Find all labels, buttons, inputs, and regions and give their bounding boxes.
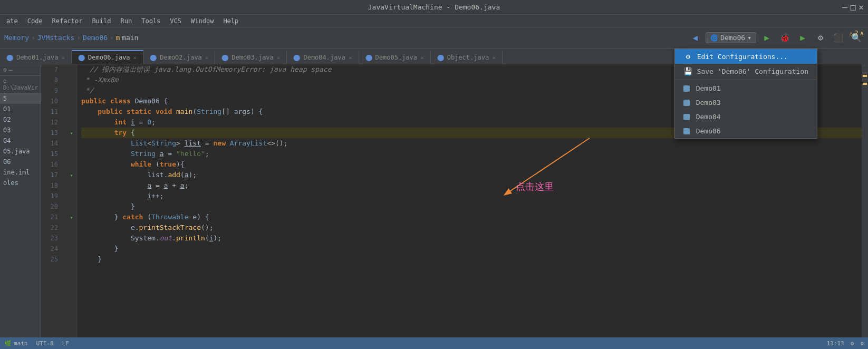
breadcrumb-main[interactable]: main xyxy=(122,34,138,42)
warning-badge: ⚠ 2 ∧ xyxy=(849,30,864,37)
ln-13: 13 xyxy=(41,128,62,138)
menu-code[interactable]: Code xyxy=(23,16,47,26)
left-item-5[interactable]: 5 xyxy=(0,93,41,104)
left-item-06[interactable]: 06 xyxy=(0,157,41,167)
gutter-13: ▾ xyxy=(66,128,76,138)
dropdown-demo06[interactable]: Demo06 xyxy=(675,124,817,138)
demo03-dot xyxy=(683,100,690,106)
breadcrumb-demo06[interactable]: Demo06 xyxy=(83,34,108,42)
vertical-scrollbar[interactable] xyxy=(862,64,868,337)
gutter-24 xyxy=(66,244,76,254)
warning-chevron: ∧ xyxy=(860,30,864,37)
maximize-icon[interactable]: □ xyxy=(851,2,856,12)
minimize-icon[interactable]: — xyxy=(842,2,847,12)
dropdown-demo01[interactable]: Demo01 xyxy=(675,81,817,95)
gutter-25 xyxy=(66,254,76,265)
toolbar: Memory › JVMstacks › Demo06 › m main ◀ 🌀… xyxy=(0,27,868,49)
settings-icon[interactable]: ⚙ xyxy=(3,66,7,73)
tab-demo02[interactable]: ⬤ Demo02.java ✕ xyxy=(143,50,215,64)
ln-20: 20 xyxy=(41,201,62,212)
status-line-col: 13:13 xyxy=(827,340,844,347)
edit-config-icon: ⚙ xyxy=(683,52,693,61)
close-icon[interactable]: ✕ xyxy=(859,2,864,12)
debug-button[interactable]: 🐞 xyxy=(777,31,792,45)
ln-10: ▶ 10 xyxy=(41,96,62,106)
gutter-23 xyxy=(66,233,76,244)
menu-build[interactable]: Build xyxy=(88,16,115,26)
gutter-16 xyxy=(66,159,76,170)
dropdown-save-config[interactable]: 💾 Save 'Demo06' Configuration xyxy=(675,64,817,79)
demo05-tab-icon: ⬤ xyxy=(365,54,372,61)
menu-help[interactable]: Help xyxy=(219,16,243,26)
gutter-19 xyxy=(66,191,76,201)
warning-count: 2 xyxy=(855,30,859,37)
code-line-24: } xyxy=(81,244,862,254)
gutter-20 xyxy=(66,201,76,212)
code-line-20: } xyxy=(81,201,862,212)
status-line-sep: LF xyxy=(62,340,69,347)
tab-demo01[interactable]: ⬤ Demo01.java ✕ xyxy=(0,50,72,64)
left-item-03[interactable]: 03 xyxy=(0,125,41,135)
gutter-22 xyxy=(66,222,76,233)
ln-21: 21 xyxy=(41,212,62,222)
tab-demo04-close[interactable]: ✕ xyxy=(349,54,352,61)
tab-demo06[interactable]: ⬤ Demo06.java ✕ xyxy=(72,50,143,64)
menu-ate[interactable]: ate xyxy=(2,16,22,26)
dropdown-demo04[interactable]: Demo04 xyxy=(675,110,817,124)
dropdown-demo06-label: Demo06 xyxy=(696,127,721,135)
left-item-02[interactable]: 02 xyxy=(0,114,41,125)
stop-button[interactable]: ⬛ xyxy=(831,31,846,45)
run-button[interactable]: ▶ xyxy=(759,31,774,45)
breadcrumb-jvmstacks[interactable]: JVMstacks xyxy=(37,34,74,42)
gutter-12 xyxy=(66,117,76,128)
tab-demo05[interactable]: ⬤ Demo05.java ✕ xyxy=(359,50,431,64)
dropdown-demo03[interactable]: Demo03 xyxy=(675,95,817,110)
left-item-04[interactable]: 04 xyxy=(0,135,41,146)
demo04-dot xyxy=(683,114,690,120)
demo02-tab-icon: ⬤ xyxy=(150,54,157,61)
menu-refactor[interactable]: Refactor xyxy=(48,16,87,26)
left-item-oles[interactable]: oles xyxy=(0,178,41,188)
tab-demo06-close[interactable]: ✕ xyxy=(133,54,137,61)
status-git: 🌿 main xyxy=(4,340,28,347)
tab-demo01-close[interactable]: ✕ xyxy=(61,54,65,61)
left-item-iml[interactable]: ine.iml xyxy=(0,167,41,178)
tab-demo05-close[interactable]: ✕ xyxy=(420,54,424,61)
tab-demo03-close[interactable]: ✕ xyxy=(277,54,281,61)
back-button[interactable]: ◀ xyxy=(688,31,702,45)
tab-demo02-close[interactable]: ✕ xyxy=(205,54,209,61)
ln-7: 7 xyxy=(41,64,62,75)
coverage-button[interactable]: ▶ xyxy=(795,31,810,45)
menu-vcs[interactable]: VCS xyxy=(166,16,186,26)
gutter-10 xyxy=(66,96,76,106)
more-button[interactable]: ⚙ xyxy=(813,31,828,45)
toolbar-right: ◀ 🌀 Demo06 ▾ ▶ 🐞 ▶ ⚙ ⬛ 🔍 ⚠ 2 ∧ xyxy=(688,31,864,45)
tab-demo05-label: Demo05.java xyxy=(375,54,417,61)
ln-8: 8 xyxy=(41,75,62,85)
dropdown-edit-config-label: Edit Configurations... xyxy=(697,53,788,61)
title-bar: JavaVirtualMachine - Demo06.java — □ ✕ xyxy=(0,0,868,15)
tab-demo03[interactable]: ⬤ Demo03.java ✕ xyxy=(215,50,287,64)
breadcrumb-memory[interactable]: Memory xyxy=(4,34,29,42)
settings-gear-icon[interactable]: ⚙ xyxy=(860,340,864,347)
code-line-19: i ++; xyxy=(81,191,862,201)
path-label: e D:\JavaVir xyxy=(0,76,41,93)
warning-icon: ⚠ xyxy=(849,30,853,37)
tab-object-close[interactable]: ✕ xyxy=(492,54,496,61)
run-config-dropdown[interactable]: 🌀 Demo06 ▾ xyxy=(706,32,756,43)
menu-window[interactable]: Window xyxy=(187,16,218,26)
menu-tools[interactable]: Tools xyxy=(137,16,165,26)
code-line-18: a = a + a ; xyxy=(81,180,862,191)
warning-stripe-2 xyxy=(863,83,867,85)
tab-object[interactable]: ⬤ Object.java ✕ xyxy=(431,50,503,64)
left-item-01[interactable]: 01 xyxy=(0,104,41,114)
gutter-7 xyxy=(66,64,76,75)
demo01-tab-icon: ⬤ xyxy=(6,54,13,61)
close-panel-icon[interactable]: — xyxy=(9,66,13,73)
ln-24: 24 xyxy=(41,244,62,254)
gutter-14 xyxy=(66,138,76,149)
tab-demo04[interactable]: ⬤ Demo04.java ✕ xyxy=(287,50,359,64)
dropdown-edit-config[interactable]: ⚙ Edit Configurations... xyxy=(675,49,817,64)
menu-run[interactable]: Run xyxy=(117,16,137,26)
left-item-05java[interactable]: 05.java xyxy=(0,146,41,157)
